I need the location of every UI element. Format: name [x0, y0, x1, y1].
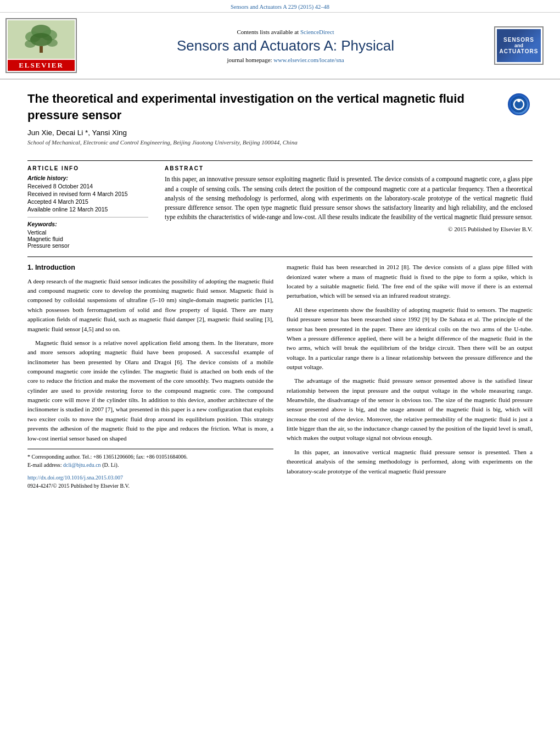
actuators-label: ACTUATORS	[500, 48, 539, 54]
article-info-heading: ARTICLE INFO	[27, 165, 148, 171]
intro-paragraph-2: Magnetic fluid sensor is a relative nove…	[27, 338, 273, 443]
journal-header-area: ELSEVIER Contents lists available at Sci…	[0, 13, 560, 80]
sensors-label: SENSORS	[503, 37, 534, 43]
journal-homepage: journal homepage: www.elsevier.com/locat…	[88, 57, 483, 63]
body-right-p4: In this paper, an innovative vertical ma…	[287, 448, 533, 476]
crossmark-badge[interactable]	[508, 93, 533, 118]
main-content: The theoretical and experimental investi…	[0, 80, 560, 501]
body-right-p3: The advantage of the magnetic fluid pres…	[287, 376, 533, 443]
affiliation: School of Mechanical, Electronic and Con…	[27, 139, 497, 146]
intro-paragraph-1: A deep research of the magnetic fluid se…	[27, 277, 273, 334]
sensors-actuators-logo: SENSORS and ACTUATORS	[494, 26, 544, 65]
received-date: Received 8 October 2014	[27, 183, 148, 189]
svg-rect-5	[40, 46, 43, 53]
doi-link-line: http://dx.doi.org/10.1016/j.sna.2015.03.…	[27, 473, 273, 482]
top-banner: Sensors and Actuators A 229 (2015) 42–48	[0, 0, 560, 13]
journal-center-header: Contents lists available at ScienceDirec…	[88, 29, 483, 63]
doi-link[interactable]: http://dx.doi.org/10.1016/j.sna.2015.03.…	[27, 475, 123, 481]
contents-available-text: Contents lists available at ScienceDirec…	[88, 29, 483, 35]
abstract-panel: ABSTRACT In this paper, an innovative pr…	[165, 165, 533, 249]
body-right-p2: All these experiments show the feasibili…	[287, 305, 533, 372]
authors-line: Jun Xie, Decai Li *, Yansi Xing	[27, 129, 497, 137]
body-column-left: 1. Introduction A deep research of the m…	[27, 263, 273, 490]
sensors-logo-box: SENSORS and ACTUATORS	[494, 26, 544, 65]
elsevier-logo-box: ELSEVIER	[5, 18, 77, 73]
article-title: The theoretical and experimental investi…	[27, 91, 497, 123]
keywords-label: Keywords:	[27, 221, 148, 227]
elsevier-logo: ELSEVIER	[5, 18, 77, 73]
elsevier-logo-image	[8, 20, 75, 59]
corresponding-author-note: * Corresponding author. Tel.: +86 136512…	[27, 453, 273, 461]
copyright-text: © 2015 Published by Elsevier B.V.	[165, 226, 533, 232]
issn-line: 0924-4247/© 2015 Published by Elsevier B…	[27, 482, 273, 490]
svg-point-6	[25, 40, 36, 48]
homepage-link[interactable]: www.elsevier.com/locate/sna	[273, 57, 344, 63]
available-date: Available online 12 March 2015	[27, 206, 148, 213]
journal-title: Sensors and Actuators A: Physical	[88, 37, 483, 54]
keyword-3: Pressure sensor	[27, 242, 148, 249]
and-label: and	[514, 43, 523, 48]
content-divider	[27, 256, 533, 257]
footnote-area: * Corresponding author. Tel.: +86 136512…	[27, 449, 273, 469]
article-title-section: The theoretical and experimental investi…	[27, 91, 533, 155]
elsevier-text: ELSEVIER	[8, 60, 75, 71]
article-info-panel: ARTICLE INFO Article history: Received 8…	[27, 165, 148, 249]
body-columns: 1. Introduction A deep research of the m…	[27, 263, 533, 490]
body-right-p1: magnetic fluid has been researched in 20…	[287, 263, 533, 300]
section1-heading: 1. Introduction	[27, 263, 273, 273]
journal-reference: Sensors and Actuators A 229 (2015) 42–48	[231, 4, 329, 10]
email-label: E-mail address:	[27, 462, 61, 468]
body-column-right: magnetic fluid has been researched in 20…	[287, 263, 533, 490]
svg-point-10	[517, 99, 520, 102]
elsevier-tree-icon	[16, 23, 66, 56]
svg-point-7	[47, 39, 58, 47]
keywords-block: Keywords: Vertical Magnetic fluid Pressu…	[27, 217, 148, 249]
revised-date: Received in revised form 4 March 2015	[27, 191, 148, 197]
crossmark-svg	[511, 96, 527, 113]
doi-area: http://dx.doi.org/10.1016/j.sna.2015.03.…	[27, 473, 273, 490]
email-link[interactable]: dcli@bjtu.edu.cn	[63, 462, 101, 468]
science-direct-link[interactable]: ScienceDirect	[300, 29, 334, 35]
abstract-heading: ABSTRACT	[165, 165, 533, 171]
email-line: E-mail address: dcli@bjtu.edu.cn (D. Li)…	[27, 461, 273, 469]
article-history-block: Article history: Received 8 October 2014…	[27, 175, 148, 213]
history-label: Article history:	[27, 175, 148, 181]
info-abstract-row: ARTICLE INFO Article history: Received 8…	[27, 160, 533, 249]
accepted-date: Accepted 4 March 2015	[27, 198, 148, 205]
keyword-1: Vertical	[27, 229, 148, 236]
article-title-text: The theoretical and experimental investi…	[27, 91, 497, 152]
sensors-logo-image: SENSORS and ACTUATORS	[497, 29, 541, 62]
email-suffix: (D. Li).	[102, 462, 119, 468]
abstract-text: In this paper, an innovative pressure se…	[165, 175, 533, 222]
crossmark-icon	[508, 93, 530, 115]
keyword-2: Magnetic fluid	[27, 236, 148, 242]
